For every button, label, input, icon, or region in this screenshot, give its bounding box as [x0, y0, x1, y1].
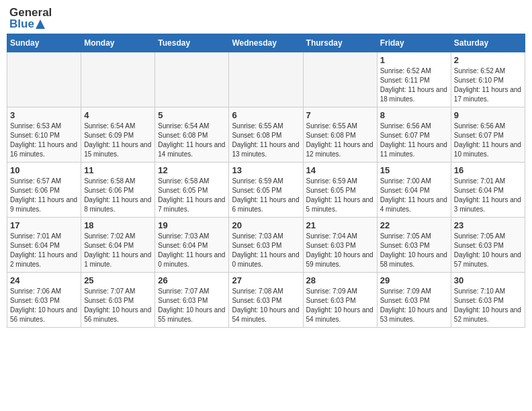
day-number: 11: [84, 165, 152, 175]
calendar-cell: 8Sunrise: 6:56 AM Sunset: 6:07 PM Daylig…: [377, 107, 451, 163]
calendar-week-3: 17Sunrise: 7:01 AM Sunset: 6:04 PM Dayli…: [7, 218, 525, 273]
calendar-cell: 13Sunrise: 6:59 AM Sunset: 6:05 PM Dayli…: [229, 163, 303, 218]
day-info: Sunrise: 7:07 AM Sunset: 6:03 PM Dayligh…: [158, 287, 226, 324]
calendar-cell: 21Sunrise: 7:04 AM Sunset: 6:03 PM Dayli…: [303, 218, 377, 273]
calendar-cell: 14Sunrise: 6:59 AM Sunset: 6:05 PM Dayli…: [303, 163, 377, 218]
calendar-cell: 2Sunrise: 6:52 AM Sunset: 6:10 PM Daylig…: [451, 52, 525, 107]
calendar-cell: [7, 52, 81, 107]
calendar-header-row: SundayMondayTuesdayWednesdayThursdayFrid…: [7, 34, 525, 52]
day-info: Sunrise: 7:05 AM Sunset: 6:03 PM Dayligh…: [380, 232, 448, 269]
day-info: Sunrise: 7:03 AM Sunset: 6:04 PM Dayligh…: [158, 232, 226, 269]
day-number: 12: [158, 165, 226, 175]
day-number: 20: [232, 220, 300, 230]
day-number: 7: [306, 110, 374, 120]
day-number: 18: [84, 220, 152, 230]
day-info: Sunrise: 6:52 AM Sunset: 6:10 PM Dayligh…: [454, 66, 522, 104]
calendar-week-4: 24Sunrise: 7:06 AM Sunset: 6:03 PM Dayli…: [7, 273, 525, 328]
day-number: 3: [10, 110, 78, 120]
day-number: 19: [158, 220, 226, 230]
calendar-cell: 27Sunrise: 7:08 AM Sunset: 6:03 PM Dayli…: [229, 273, 303, 328]
day-number: 30: [454, 275, 522, 285]
header-sunday: Sunday: [7, 34, 81, 52]
day-number: 17: [10, 220, 78, 230]
calendar-cell: 22Sunrise: 7:05 AM Sunset: 6:03 PM Dayli…: [377, 218, 451, 273]
calendar-cell: [303, 52, 377, 107]
day-info: Sunrise: 6:58 AM Sunset: 6:06 PM Dayligh…: [84, 177, 152, 214]
calendar-week-1: 3Sunrise: 6:53 AM Sunset: 6:10 PM Daylig…: [7, 107, 525, 163]
header-wednesday: Wednesday: [229, 34, 303, 52]
day-info: Sunrise: 7:07 AM Sunset: 6:03 PM Dayligh…: [84, 287, 152, 324]
calendar-cell: 1Sunrise: 6:52 AM Sunset: 6:11 PM Daylig…: [377, 52, 451, 107]
day-info: Sunrise: 7:10 AM Sunset: 6:03 PM Dayligh…: [454, 287, 522, 324]
day-info: Sunrise: 6:56 AM Sunset: 6:07 PM Dayligh…: [380, 122, 448, 159]
calendar-cell: 25Sunrise: 7:07 AM Sunset: 6:03 PM Dayli…: [81, 273, 155, 328]
day-number: 9: [454, 110, 522, 120]
day-number: 29: [380, 275, 448, 285]
day-number: 4: [84, 110, 152, 120]
day-info: Sunrise: 7:00 AM Sunset: 6:04 PM Dayligh…: [380, 177, 448, 214]
logo-blue: Blue: [9, 18, 52, 30]
header-friday: Friday: [377, 34, 451, 52]
calendar-cell: 29Sunrise: 7:09 AM Sunset: 6:03 PM Dayli…: [377, 273, 451, 328]
header-thursday: Thursday: [303, 34, 377, 52]
day-number: 23: [454, 220, 522, 230]
calendar-cell: 3Sunrise: 6:53 AM Sunset: 6:10 PM Daylig…: [7, 107, 81, 163]
day-number: 14: [306, 165, 374, 175]
day-info: Sunrise: 6:54 AM Sunset: 6:09 PM Dayligh…: [84, 122, 152, 159]
day-info: Sunrise: 7:01 AM Sunset: 6:04 PM Dayligh…: [454, 177, 522, 214]
calendar-cell: 17Sunrise: 7:01 AM Sunset: 6:04 PM Dayli…: [7, 218, 81, 273]
calendar-cell: 4Sunrise: 6:54 AM Sunset: 6:09 PM Daylig…: [81, 107, 155, 163]
day-info: Sunrise: 6:56 AM Sunset: 6:07 PM Dayligh…: [454, 122, 522, 159]
calendar-table: SundayMondayTuesdayWednesdayThursdayFrid…: [7, 34, 525, 328]
day-number: 8: [380, 110, 448, 120]
day-info: Sunrise: 6:59 AM Sunset: 6:05 PM Dayligh…: [306, 177, 374, 214]
day-info: Sunrise: 7:01 AM Sunset: 6:04 PM Dayligh…: [10, 232, 78, 269]
day-info: Sunrise: 6:55 AM Sunset: 6:08 PM Dayligh…: [306, 122, 374, 159]
day-info: Sunrise: 7:03 AM Sunset: 6:03 PM Dayligh…: [232, 232, 300, 269]
day-number: 21: [306, 220, 374, 230]
calendar-cell: 12Sunrise: 6:58 AM Sunset: 6:05 PM Dayli…: [155, 163, 229, 218]
day-info: Sunrise: 7:04 AM Sunset: 6:03 PM Dayligh…: [306, 232, 374, 269]
day-number: 27: [232, 275, 300, 285]
day-number: 13: [232, 165, 300, 175]
calendar-cell: 28Sunrise: 7:09 AM Sunset: 6:03 PM Dayli…: [303, 273, 377, 328]
day-number: 26: [158, 275, 226, 285]
day-info: Sunrise: 6:58 AM Sunset: 6:05 PM Dayligh…: [158, 177, 226, 214]
calendar-cell: 23Sunrise: 7:05 AM Sunset: 6:03 PM Dayli…: [451, 218, 525, 273]
day-info: Sunrise: 6:54 AM Sunset: 6:08 PM Dayligh…: [158, 122, 226, 159]
day-number: 15: [380, 165, 448, 175]
day-info: Sunrise: 7:09 AM Sunset: 6:03 PM Dayligh…: [380, 287, 448, 324]
calendar-week-0: 1Sunrise: 6:52 AM Sunset: 6:11 PM Daylig…: [7, 52, 525, 107]
logo-svg: General Blue: [9, 7, 52, 30]
logo-general: General: [9, 7, 52, 18]
calendar-cell: 6Sunrise: 6:55 AM Sunset: 6:08 PM Daylig…: [229, 107, 303, 163]
calendar-cell: 20Sunrise: 7:03 AM Sunset: 6:03 PM Dayli…: [229, 218, 303, 273]
calendar-cell: 16Sunrise: 7:01 AM Sunset: 6:04 PM Dayli…: [451, 163, 525, 218]
calendar-cell: 26Sunrise: 7:07 AM Sunset: 6:03 PM Dayli…: [155, 273, 229, 328]
calendar-cell: [81, 52, 155, 107]
calendar-cell: 18Sunrise: 7:02 AM Sunset: 6:04 PM Dayli…: [81, 218, 155, 273]
day-number: 28: [306, 275, 374, 285]
page-header: General Blue: [7, 7, 525, 30]
day-info: Sunrise: 6:52 AM Sunset: 6:11 PM Dayligh…: [380, 66, 448, 104]
day-info: Sunrise: 6:55 AM Sunset: 6:08 PM Dayligh…: [232, 122, 300, 159]
day-info: Sunrise: 6:53 AM Sunset: 6:10 PM Dayligh…: [10, 122, 78, 159]
day-number: 2: [454, 55, 522, 65]
day-number: 22: [380, 220, 448, 230]
calendar-cell: 19Sunrise: 7:03 AM Sunset: 6:04 PM Dayli…: [155, 218, 229, 273]
calendar-cell: 5Sunrise: 6:54 AM Sunset: 6:08 PM Daylig…: [155, 107, 229, 163]
calendar-cell: 15Sunrise: 7:00 AM Sunset: 6:04 PM Dayli…: [377, 163, 451, 218]
day-info: Sunrise: 6:57 AM Sunset: 6:06 PM Dayligh…: [10, 177, 78, 214]
day-number: 24: [10, 275, 78, 285]
calendar-cell: 7Sunrise: 6:55 AM Sunset: 6:08 PM Daylig…: [303, 107, 377, 163]
day-info: Sunrise: 7:05 AM Sunset: 6:03 PM Dayligh…: [454, 232, 522, 269]
day-number: 16: [454, 165, 522, 175]
calendar-cell: 24Sunrise: 7:06 AM Sunset: 6:03 PM Dayli…: [7, 273, 81, 328]
day-number: 1: [380, 55, 448, 65]
header-monday: Monday: [81, 34, 155, 52]
day-number: 25: [84, 275, 152, 285]
svg-marker-0: [36, 19, 45, 29]
calendar-cell: 9Sunrise: 6:56 AM Sunset: 6:07 PM Daylig…: [451, 107, 525, 163]
calendar-cell: 11Sunrise: 6:58 AM Sunset: 6:06 PM Dayli…: [81, 163, 155, 218]
day-info: Sunrise: 7:02 AM Sunset: 6:04 PM Dayligh…: [84, 232, 152, 269]
